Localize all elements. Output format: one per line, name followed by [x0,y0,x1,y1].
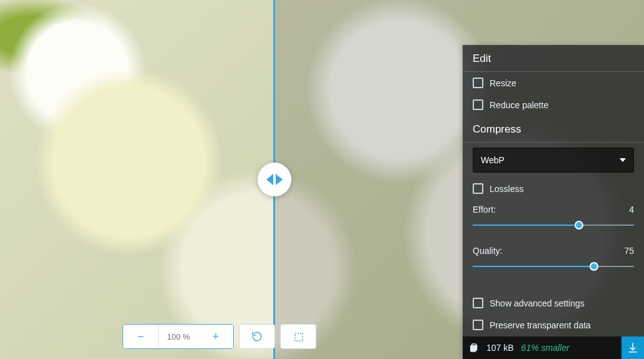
quality-value: 75 [624,246,634,256]
effort-slider-row: Effort: 4 [463,200,644,232]
svg-rect-0 [295,333,303,341]
edit-section-title: Edit [463,45,644,71]
format-selected-label: WebP [481,155,505,165]
compress-section-title: Compress [463,116,644,142]
copy-to-clipboard-button[interactable] [469,342,479,353]
clipboard-icon [469,342,479,353]
rotate-icon [251,331,263,342]
quality-slider-row: Quality: 75 [463,241,644,273]
lossless-row[interactable]: Lossless [463,178,644,200]
effort-slider[interactable] [473,220,634,231]
output-size: 107 kB [486,343,514,353]
image-compare-stage: − 100 % + Edit Resize [0,0,644,359]
compare-divider[interactable] [273,0,275,359]
quality-label: Quality: [473,246,502,256]
resize-checkbox[interactable] [473,78,483,88]
effort-label: Effort: [473,205,496,215]
result-footer: 107 kB 61% smaller [463,336,644,359]
options-panel: Edit Resize Reduce palette Compress WebP… [463,45,644,359]
zoom-group: − 100 % + [123,324,234,349]
savings-label: 61% smaller [521,343,570,353]
reduce-palette-label: Reduce palette [490,100,548,110]
lossless-checkbox[interactable] [473,183,483,194]
zoom-toolbar: − 100 % + [123,324,316,349]
reduce-palette-checkbox[interactable] [473,99,483,110]
resize-row[interactable]: Resize [463,72,644,94]
lossless-label: Lossless [490,184,523,194]
effort-value: 4 [629,205,634,215]
resize-label: Resize [490,78,516,88]
preserve-checkbox[interactable] [473,320,483,330]
toggle-background-button[interactable] [281,325,316,348]
chevron-down-icon [620,158,626,162]
advanced-label: Show advanced settings [490,298,585,308]
reduce-palette-row[interactable]: Reduce palette [463,94,644,116]
format-select[interactable]: WebP [473,148,634,173]
zoom-out-button[interactable]: − [123,325,158,348]
divider [463,142,644,143]
advanced-checkbox[interactable] [473,298,483,308]
arrow-left-icon [266,174,273,185]
zoom-level-label: 100 % [158,325,198,348]
rotate-group [239,324,275,349]
rotate-button[interactable] [239,325,274,348]
effort-slider-thumb[interactable] [575,221,583,230]
transparency-grid-icon [293,331,303,341]
background-group [280,324,316,349]
download-icon [627,342,638,353]
preserve-label: Preserve transparent data [490,320,591,330]
arrow-right-icon [276,174,283,185]
zoom-in-button[interactable]: + [198,325,233,348]
compare-handle[interactable] [258,163,291,196]
quality-slider[interactable] [473,261,634,272]
quality-slider-thumb[interactable] [590,262,598,271]
advanced-row[interactable]: Show advanced settings [463,292,644,314]
download-button[interactable] [621,336,644,359]
